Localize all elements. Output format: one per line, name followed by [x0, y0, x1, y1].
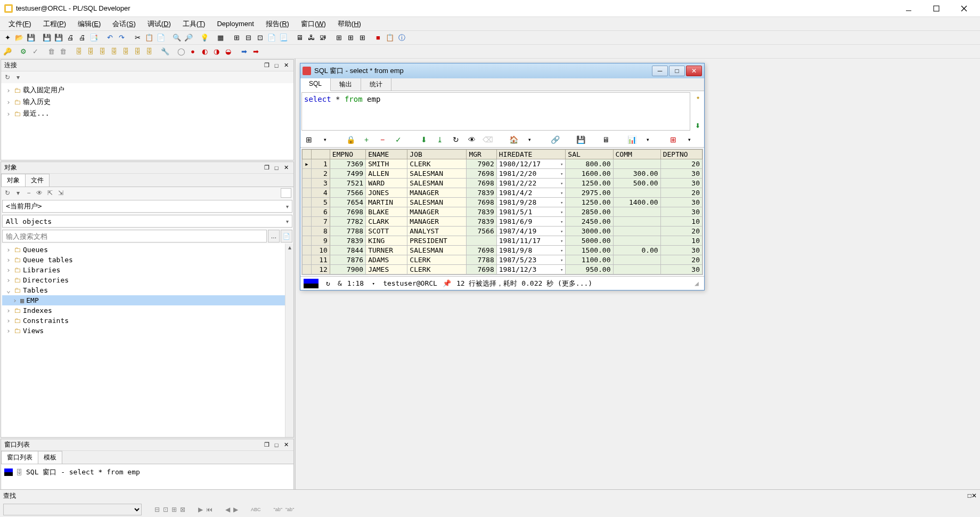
cell[interactable]: 1981/2/20▾: [496, 169, 566, 179]
chart-icon[interactable]: 📊: [626, 134, 637, 145]
tree-toggle-icon[interactable]: ›: [5, 98, 12, 106]
arrow-right-icon[interactable]: ➡: [239, 46, 249, 57]
resize-grip-icon[interactable]: ◢: [692, 279, 701, 287]
check-icon[interactable]: ✓: [393, 134, 404, 145]
panel-max-icon[interactable]: □: [272, 441, 281, 449]
tree-toggle-icon[interactable]: ›: [5, 266, 12, 274]
column-header[interactable]: [311, 150, 330, 159]
grid-dd-icon[interactable]: ▾: [320, 134, 330, 145]
cell[interactable]: 10: [660, 217, 702, 227]
menu-item[interactable]: 报告(R): [260, 18, 295, 30]
cell[interactable]: TURNER: [366, 246, 407, 255]
date-dropdown-icon[interactable]: ▾: [560, 229, 563, 234]
save-result-icon[interactable]: 💾: [575, 134, 586, 145]
cell[interactable]: 1981/9/28▾: [496, 198, 566, 207]
close-button[interactable]: [957, 3, 971, 14]
cell[interactable]: [613, 227, 660, 236]
cell[interactable]: 7900: [330, 265, 365, 274]
cell[interactable]: 1500.00: [566, 246, 613, 255]
table-row[interactable]: 117876ADAMSCLERK77881987/5/23▾1100.0020: [303, 255, 703, 265]
tree-item[interactable]: ›🗀Queue tables: [2, 255, 292, 265]
new-icon[interactable]: ✦: [2, 33, 13, 43]
cell[interactable]: 1600.00: [566, 169, 613, 179]
cell[interactable]: [613, 265, 660, 274]
sql-win-icon[interactable]: ▦: [215, 33, 226, 43]
date-dropdown-icon[interactable]: ▾: [560, 209, 563, 215]
cell[interactable]: 7788: [467, 255, 496, 265]
chart-dd-icon[interactable]: ▾: [642, 134, 653, 145]
cell[interactable]: 7839: [467, 207, 496, 217]
search-go-button[interactable]: 📄: [281, 230, 292, 243]
cell[interactable]: 7839: [330, 236, 365, 246]
cell[interactable]: 7844: [330, 246, 365, 255]
diskette-icon[interactable]: 💾: [53, 33, 64, 43]
find-opt2-icon[interactable]: ⊡: [163, 506, 168, 513]
circle5-icon[interactable]: ◒: [223, 46, 233, 57]
row-marker[interactable]: [303, 198, 312, 207]
cell[interactable]: 7698: [467, 198, 496, 207]
row-marker[interactable]: [303, 169, 312, 179]
panel-restore-icon[interactable]: ❐: [263, 61, 271, 70]
cell[interactable]: 20: [660, 159, 702, 169]
column-header[interactable]: JOB: [407, 150, 467, 159]
cell[interactable]: 1981/2/22▾: [496, 179, 566, 188]
column-header[interactable]: DEPTNO: [660, 150, 702, 159]
sql-minimize-button[interactable]: ─: [652, 66, 668, 76]
row-marker[interactable]: [303, 188, 312, 198]
row-marker[interactable]: [303, 265, 312, 274]
cell[interactable]: [613, 207, 660, 217]
menu-item[interactable]: 文件(F): [3, 18, 37, 30]
home-dd-icon[interactable]: ▾: [524, 134, 535, 145]
reload-icon[interactable]: ↻: [451, 134, 461, 145]
info-icon[interactable]: ⓘ: [396, 33, 407, 43]
trash-icon[interactable]: 🗑: [46, 46, 56, 57]
user-dropdown[interactable]: <当前用户>▾: [2, 200, 292, 213]
grid-icon[interactable]: ⊞: [333, 33, 344, 43]
cell[interactable]: JAMES: [366, 265, 407, 274]
table-row[interactable]: 47566JONESMANAGER78391981/4/2▾2975.0020: [303, 188, 703, 198]
status-refresh-icon[interactable]: ↻: [324, 279, 332, 287]
cell[interactable]: 7698: [467, 169, 496, 179]
cell[interactable]: 1981/9/8▾: [496, 246, 566, 255]
tree-toggle-icon[interactable]: ›: [5, 86, 12, 94]
find-opt3-icon[interactable]: ⊞: [172, 506, 177, 513]
sql-close-button[interactable]: ✕: [686, 66, 702, 76]
table-row[interactable]: 27499ALLENSALESMAN76981981/2/20▾1600.003…: [303, 169, 703, 179]
date-dropdown-icon[interactable]: ▾: [560, 161, 563, 167]
cell[interactable]: 1980/12/17▾: [496, 159, 566, 169]
save-all-icon[interactable]: 💾: [42, 33, 52, 43]
save-icon[interactable]: 💾: [26, 33, 36, 43]
circle1-icon[interactable]: ◯: [176, 46, 186, 57]
row-marker[interactable]: [303, 207, 312, 217]
column-header[interactable]: [303, 150, 312, 159]
tree-item[interactable]: ⌄🗀Tables: [2, 285, 292, 295]
minus-icon[interactable]: −: [377, 134, 388, 145]
erase-icon[interactable]: ⌫: [483, 134, 493, 145]
tree-toggle-icon[interactable]: ›: [5, 327, 12, 335]
panel-max-icon[interactable]: □: [968, 492, 971, 499]
table-row[interactable]: 107844TURNERSALESMAN76981981/9/8▾1500.00…: [303, 246, 703, 255]
tree-item[interactable]: ›🗀Queues: [2, 245, 292, 255]
cell[interactable]: 2975.00: [566, 188, 613, 198]
date-dropdown-icon[interactable]: ▾: [560, 200, 563, 205]
last-icon[interactable]: ⤓: [435, 134, 445, 145]
row-marker[interactable]: [303, 179, 312, 188]
db4-icon[interactable]: 🗄: [109, 46, 119, 57]
db1-icon[interactable]: 🗄: [74, 46, 84, 57]
link-icon[interactable]: 🔗: [550, 134, 560, 145]
winlist-item[interactable]: 🗄 SQL 窗口 - select * from emp: [2, 465, 292, 479]
panel-close-icon[interactable]: ✕: [971, 492, 977, 499]
table-row[interactable]: 77782CLARKMANAGER78391981/6/9▾2450.0010: [303, 217, 703, 227]
sql-titlebar[interactable]: SQL 窗口 - select * from emp ─ □ ✕: [300, 63, 704, 78]
cell[interactable]: 300.00: [613, 169, 660, 179]
down-arrow-icon[interactable]: ⬇: [692, 122, 703, 130]
cell[interactable]: [613, 236, 660, 246]
tree-item[interactable]: ›▦EMP: [2, 295, 292, 305]
cell[interactable]: 1987/5/23▾: [496, 255, 566, 265]
server-icon[interactable]: 🖧: [306, 33, 316, 43]
date-dropdown-icon[interactable]: ▾: [560, 248, 563, 253]
cell[interactable]: 800.00: [566, 159, 613, 169]
row-marker[interactable]: [303, 246, 312, 255]
up-arrow-icon[interactable]: ⬥: [692, 93, 703, 101]
cell[interactable]: MANAGER: [407, 207, 467, 217]
